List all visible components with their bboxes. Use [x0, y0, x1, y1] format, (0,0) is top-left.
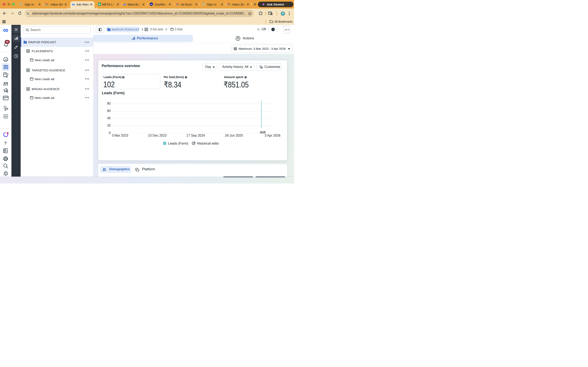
svg-text:Jio: Jio	[150, 4, 153, 5]
